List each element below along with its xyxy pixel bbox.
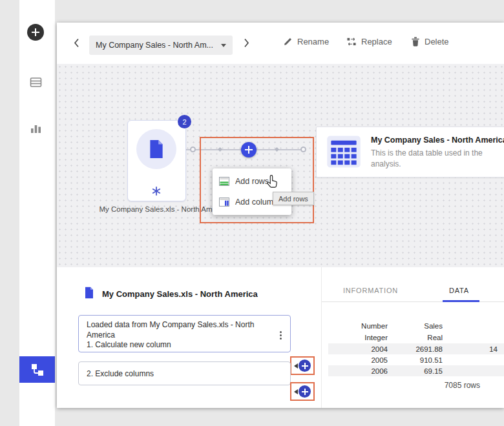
rename-button[interactable]: Rename — [283, 37, 329, 46]
details-panel: My Company Sales.xls - North America Loa… — [57, 267, 504, 408]
add-columns-icon — [219, 198, 229, 207]
file-icon — [84, 287, 94, 299]
swap-icon — [346, 37, 357, 46]
table-header-row: Number Sales — [328, 320, 504, 332]
step-sub-text: 1. Calculate new column — [87, 340, 171, 349]
next-dataset-icon[interactable] — [243, 38, 249, 48]
trash-icon — [411, 37, 420, 46]
dataset-dropdown[interactable]: My Company Sales - North Am... — [89, 36, 233, 55]
tab-information[interactable]: INFORMATION — [343, 287, 398, 294]
table-row: 2005 910.51 — [328, 354, 504, 365]
transformation-count-badge: 2 — [178, 115, 191, 128]
table-row: 2004 2691.88 14 — [328, 343, 504, 354]
data-table-node[interactable]: My Company Sales - North America This is… — [316, 127, 504, 178]
connection-handle — [190, 147, 196, 152]
menu-item-label: Add rows — [235, 177, 269, 186]
annotation-box-insert-step-2 — [290, 382, 315, 401]
rename-label: Rename — [297, 37, 329, 46]
graph-canvas: 2 My Company Sales.xls - North Am Add ro… — [57, 64, 504, 268]
file-icon — [148, 139, 165, 159]
replace-label: Replace — [361, 37, 392, 46]
canvas-toolbar: My Company Sales - North Am... Rename — [57, 23, 504, 64]
annotation-box-insert-step-1 — [290, 356, 315, 375]
insert-step-button[interactable] — [299, 385, 311, 398]
data-canvas-panel: My Company Sales - North Am... Rename — [57, 23, 504, 408]
plus-icon — [27, 24, 44, 41]
step-text: Loaded data from My Company Sales.xls - … — [87, 320, 273, 340]
table-type-row: Integer Real — [328, 332, 504, 343]
tooltip: Add rows — [273, 192, 314, 205]
tab-data[interactable]: DATA — [449, 287, 469, 294]
app-screen: My Company Sales - North Am... Rename — [0, 0, 504, 426]
table-row: 2006 69.15 — [328, 365, 504, 376]
step-exclude-columns[interactable]: 2. Exclude columns — [78, 361, 291, 385]
kebab-menu-icon[interactable] — [278, 329, 284, 341]
add-rows-icon — [219, 177, 229, 186]
data-preview-table: Number Sales Integer Real 2004 2691.88 1… — [328, 320, 504, 376]
cursor-pointer-icon — [266, 174, 281, 190]
source-node[interactable]: 2 — [127, 120, 186, 201]
column-type: Real — [388, 334, 443, 341]
table-icon — [326, 135, 361, 168]
column-header: Sales — [388, 322, 443, 330]
chevron-down-icon — [221, 44, 226, 47]
data-table-description: This is the data table used in the analy… — [371, 148, 503, 170]
delete-button[interactable]: Delete — [411, 37, 449, 46]
plus-icon — [299, 360, 311, 372]
cell: 2691.88 — [388, 345, 443, 353]
column-type: Integer — [328, 334, 388, 341]
pencil-icon — [283, 37, 293, 46]
add-button[interactable] — [27, 24, 44, 41]
cell: 910.51 — [388, 356, 443, 364]
data-panel-icon[interactable] — [30, 76, 42, 88]
active-tab-underline — [443, 300, 479, 302]
cell: 14 — [443, 345, 498, 353]
sidebar-item-data-canvas[interactable] — [19, 356, 55, 383]
row-count-label: 7085 rows — [367, 381, 480, 390]
insert-arrow-icon — [294, 389, 298, 394]
cell: 69.15 — [388, 367, 443, 375]
insert-step-button[interactable] — [299, 360, 311, 372]
replace-button[interactable]: Replace — [346, 37, 392, 46]
cell: 2006 — [328, 367, 388, 375]
plus-icon — [299, 385, 311, 398]
step-text: 2. Exclude columns — [87, 369, 154, 378]
panel-divider — [321, 267, 322, 408]
left-sidebar — [19, 0, 55, 426]
cell: 2004 — [328, 345, 388, 353]
bar-chart-icon[interactable] — [30, 122, 42, 134]
insert-arrow-icon — [294, 363, 298, 369]
column-header: Number — [328, 322, 388, 330]
embedded-data-icon — [152, 187, 161, 196]
previous-dataset-icon[interactable] — [74, 38, 80, 48]
cell: 2005 — [328, 356, 388, 364]
source-file-title: My Company Sales.xls - North America — [102, 289, 258, 299]
step-loaded-data[interactable]: Loaded data from My Company Sales.xls - … — [78, 315, 291, 352]
dataset-dropdown-value: My Company Sales - North Am... — [96, 41, 213, 50]
source-node-avatar — [136, 129, 176, 169]
delete-label: Delete — [425, 37, 449, 46]
data-table-title: My Company Sales - North America — [371, 136, 504, 145]
data-canvas-icon — [30, 362, 45, 378]
